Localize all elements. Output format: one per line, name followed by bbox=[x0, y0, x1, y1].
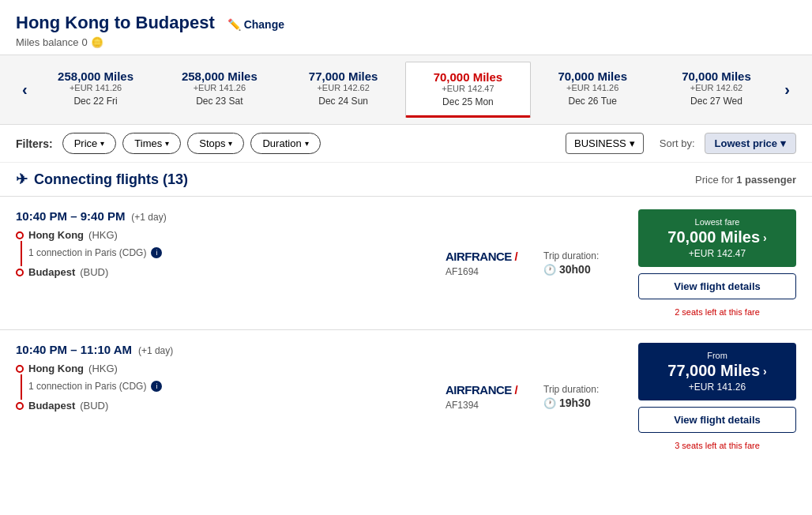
flight-number: AF1394 bbox=[445, 400, 479, 411]
seats-left: 2 seats left at this fare bbox=[638, 307, 796, 317]
filters-bar: Filters: Price ▾ Times ▾ Stops ▾ Duratio… bbox=[0, 125, 812, 163]
connection-info: 1 connection in Paris (CDG) i bbox=[28, 246, 162, 260]
dest-dot bbox=[16, 402, 24, 410]
date-eur: +EUR 142.47 bbox=[409, 84, 527, 93]
date-item-4[interactable]: 70,000 Miles +EUR 141.26 Dec 26 Tue bbox=[531, 62, 655, 118]
duration-label: Trip duration: bbox=[543, 250, 638, 261]
clock-icon: 🕐 bbox=[543, 397, 556, 409]
flight-number: AF1694 bbox=[445, 266, 479, 277]
duration-label: Trip duration: bbox=[543, 384, 638, 395]
dest-stop: Budapest (BUD) bbox=[16, 266, 433, 278]
date-item-0[interactable]: 258,000 Miles +EUR 141.26 Dec 22 Fri bbox=[34, 62, 158, 118]
date-label: Dec 22 Fri bbox=[37, 96, 155, 107]
price-filter[interactable]: Price ▾ bbox=[62, 133, 117, 154]
airline-logo: AIRFRANCE / bbox=[445, 250, 517, 263]
connecting-flights-title: ✈ Connecting flights (13) bbox=[16, 171, 188, 188]
airline-logo: AIRFRANCE / bbox=[445, 383, 517, 397]
chevron-down-icon: ▾ bbox=[780, 137, 786, 149]
view-flight-details-button[interactable]: View flight details bbox=[638, 273, 796, 299]
date-item-5[interactable]: 70,000 Miles +EUR 142.62 Dec 27 Wed bbox=[655, 62, 779, 118]
duration-col: Trip duration: 🕐 30h00 bbox=[543, 209, 638, 317]
airline-col: AIRFRANCE / AF1394 bbox=[433, 343, 543, 450]
airline-slash: / bbox=[512, 383, 517, 397]
flight-time: 10:40 PM – 9:40 PM (+1 day) bbox=[16, 209, 433, 223]
origin-dot bbox=[16, 365, 24, 373]
origin-stop: Hong Kong (HKG) bbox=[16, 229, 433, 241]
miles-balance: Miles balance 0 🪙 bbox=[16, 36, 796, 48]
info-icon[interactable]: i bbox=[151, 381, 162, 392]
filters-label: Filters: bbox=[16, 137, 53, 150]
plane-icon: ✈ bbox=[16, 171, 28, 188]
price-box-label: Lowest fare bbox=[649, 217, 785, 227]
results-header: ✈ Connecting flights (13) Price for 1 pa… bbox=[0, 163, 812, 196]
sort-button[interactable]: Lowest price ▾ bbox=[705, 133, 796, 154]
sort-label: Sort by: bbox=[660, 137, 695, 149]
page-header: Hong Kong to Budapest ✏️ Change Miles ba… bbox=[0, 0, 812, 55]
price-box[interactable]: Lowest fare 70,000 Miles › +EUR 142.47 bbox=[638, 209, 796, 267]
clock-icon: 🕐 bbox=[543, 264, 556, 276]
date-miles: 70,000 Miles bbox=[658, 70, 776, 83]
price-box-label: From bbox=[649, 351, 785, 360]
date-eur: +EUR 142.62 bbox=[284, 83, 402, 92]
dest-dot bbox=[16, 269, 24, 276]
price-box[interactable]: From 77,000 Miles › +EUR 141.26 bbox=[638, 343, 796, 400]
view-flight-details-button[interactable]: View flight details bbox=[638, 407, 796, 433]
chevron-down-icon: ▾ bbox=[630, 137, 635, 149]
carousel-next[interactable]: › bbox=[778, 81, 796, 99]
route: Hong Kong (HKG) 1 connection in Paris (C… bbox=[16, 363, 433, 412]
price-col: From 77,000 Miles › +EUR 141.26 View fli… bbox=[638, 343, 796, 450]
flight-card-0: 10:40 PM – 9:40 PM (+1 day) Hong Kong (H… bbox=[0, 196, 812, 329]
duration-value: 🕐 19h30 bbox=[543, 397, 638, 409]
price-box-eur: +EUR 141.26 bbox=[649, 382, 785, 393]
chevron-right-icon: › bbox=[763, 231, 767, 244]
date-carousel: ‹ 258,000 Miles +EUR 141.26 Dec 22 Fri 2… bbox=[0, 55, 812, 125]
date-label: Dec 25 Mon bbox=[409, 96, 527, 107]
flight-info: 10:40 PM – 11:10 AM (+1 day) Hong Kong (… bbox=[16, 343, 433, 450]
airline-col: AIRFRANCE / AF1694 bbox=[433, 209, 543, 317]
date-label: Dec 26 Tue bbox=[534, 96, 652, 107]
date-miles: 70,000 Miles bbox=[409, 70, 527, 84]
route: Hong Kong (HKG) 1 connection in Paris (C… bbox=[16, 229, 433, 278]
origin-stop: Hong Kong (HKG) bbox=[16, 363, 433, 374]
pencil-icon: ✏️ bbox=[227, 18, 241, 31]
date-item-3[interactable]: 70,000 Miles +EUR 142.47 Dec 25 Mon bbox=[405, 62, 531, 118]
flight-info: 10:40 PM – 9:40 PM (+1 day) Hong Kong (H… bbox=[16, 209, 433, 317]
date-label: Dec 24 Sun bbox=[284, 96, 402, 107]
date-items: 258,000 Miles +EUR 141.26 Dec 22 Fri 258… bbox=[34, 62, 779, 118]
date-miles: 70,000 Miles bbox=[534, 70, 652, 83]
times-filter[interactable]: Times ▾ bbox=[122, 133, 181, 154]
date-eur: +EUR 141.26 bbox=[534, 83, 652, 92]
price-box-eur: +EUR 142.47 bbox=[649, 248, 785, 259]
origin-dot bbox=[16, 231, 24, 239]
stops-filter[interactable]: Stops ▾ bbox=[187, 133, 244, 154]
date-label: Dec 23 Sat bbox=[160, 96, 278, 107]
price-box-miles: 77,000 Miles › bbox=[649, 362, 785, 380]
price-box-miles: 70,000 Miles › bbox=[649, 228, 785, 246]
date-label: Dec 27 Wed bbox=[658, 96, 776, 107]
cabin-filter[interactable]: BUSINESS ▾ bbox=[566, 133, 644, 154]
chevron-down-icon: ▾ bbox=[305, 139, 309, 148]
flight-card-1: 10:40 PM – 11:10 AM (+1 day) Hong Kong (… bbox=[0, 329, 812, 463]
flights-list: 10:40 PM – 9:40 PM (+1 day) Hong Kong (H… bbox=[0, 196, 812, 463]
chevron-down-icon: ▾ bbox=[228, 139, 232, 148]
date-item-2[interactable]: 77,000 Miles +EUR 142.62 Dec 24 Sun bbox=[281, 62, 405, 118]
miles-icon: 🪙 bbox=[91, 36, 103, 48]
date-eur: +EUR 141.26 bbox=[160, 83, 278, 92]
date-item-1[interactable]: 258,000 Miles +EUR 141.26 Dec 23 Sat bbox=[157, 62, 281, 118]
flight-time: 10:40 PM – 11:10 AM (+1 day) bbox=[16, 343, 433, 356]
date-eur: +EUR 141.26 bbox=[37, 83, 155, 92]
chevron-down-icon: ▾ bbox=[165, 139, 169, 148]
info-icon[interactable]: i bbox=[151, 247, 162, 258]
date-eur: +EUR 142.62 bbox=[658, 83, 776, 92]
duration-col: Trip duration: 🕐 19h30 bbox=[543, 343, 638, 450]
date-miles: 258,000 Miles bbox=[37, 70, 155, 83]
carousel-prev[interactable]: ‹ bbox=[16, 81, 34, 99]
change-button[interactable]: ✏️ Change bbox=[227, 18, 284, 31]
date-miles: 258,000 Miles bbox=[160, 70, 278, 83]
connection-info: 1 connection in Paris (CDG) i bbox=[28, 379, 162, 393]
seats-left: 3 seats left at this fare bbox=[638, 441, 796, 450]
duration-filter[interactable]: Duration ▾ bbox=[250, 133, 320, 154]
date-miles: 77,000 Miles bbox=[284, 70, 402, 83]
page-title: Hong Kong to Budapest bbox=[16, 13, 215, 32]
dest-stop: Budapest (BUD) bbox=[16, 400, 433, 412]
